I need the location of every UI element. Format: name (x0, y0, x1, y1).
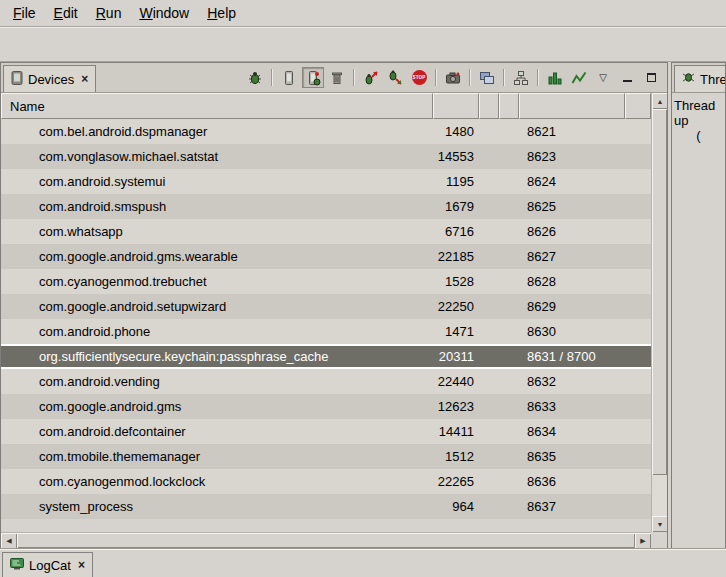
table-row[interactable]: com.whatsapp 6716 8626 (1, 219, 651, 244)
scroll-up-icon[interactable]: ▲ (652, 93, 667, 109)
process-name-cell: com.android.smspush (1, 199, 433, 214)
process-name-cell: com.cyanogenmod.lockclock (1, 474, 433, 489)
separator (353, 69, 355, 86)
table-row[interactable]: com.google.android.gms.wearable 22185 86… (1, 244, 651, 269)
debug-bug-icon[interactable] (244, 67, 266, 88)
table-row[interactable]: com.cyanogenmod.lockclock 22265 8636 (1, 469, 651, 494)
tab-threads[interactable]: Threads (674, 65, 726, 92)
process-pid-cell: 12623 (433, 399, 479, 414)
table-row[interactable]: com.cyanogenmod.trebuchet 1528 8628 (1, 269, 651, 294)
tab-devices[interactable]: Devices × (3, 65, 96, 92)
process-port-cell: 8623 (519, 149, 625, 164)
process-port-cell: 8630 (519, 324, 625, 339)
column-header-pid[interactable] (433, 93, 479, 119)
scroll-right-icon[interactable]: ▶ (635, 533, 651, 548)
table-row[interactable]: com.android.defcontainer 14411 8634 (1, 419, 651, 444)
menu-edit[interactable]: Edit (45, 2, 87, 24)
process-port-cell: 8628 (519, 274, 625, 289)
tab-devices-label: Devices (28, 72, 74, 87)
table-row[interactable]: com.android.systemui 1195 8624 (1, 169, 651, 194)
menu-bar: File Edit Run Window Help (0, 0, 726, 26)
column-header-status1[interactable] (479, 93, 499, 119)
network-zigzag-icon[interactable] (568, 67, 590, 88)
menu-window[interactable]: Window (130, 2, 198, 24)
tab-threads-label: Threads (700, 72, 726, 87)
column-header-status2[interactable] (499, 93, 519, 119)
process-name-cell: com.google.android.gms (1, 399, 433, 414)
threads-panel: Threads Thread up ( (671, 62, 726, 549)
minimize-glyph (623, 74, 632, 82)
device-debug-icon[interactable] (302, 67, 324, 88)
horizontal-scrollbar[interactable]: ◀ ▶ (1, 532, 651, 548)
vertical-scroll-thumb[interactable] (652, 109, 667, 475)
stop-label: STOP (413, 75, 426, 80)
close-icon[interactable]: × (76, 558, 85, 572)
menu-help[interactable]: Help (198, 2, 245, 24)
tab-logcat[interactable]: LogCat × (2, 552, 93, 577)
devices-panel: Devices × (0, 62, 668, 549)
process-pid-cell: 20311 (433, 349, 479, 364)
table-row[interactable]: system_process 964 8637 (1, 494, 651, 519)
table-row[interactable]: com.android.phone 1471 8630 (1, 319, 651, 344)
process-port-cell: 8627 (519, 249, 625, 264)
device-view-icon[interactable] (278, 67, 300, 88)
maximize-icon[interactable] (640, 67, 662, 88)
table-row[interactable]: com.tmobile.thememanager 1512 8635 (1, 444, 651, 469)
process-name-cell: com.bel.android.dspmanager (1, 124, 433, 139)
vertical-scrollbar[interactable]: ▲ ▼ (651, 93, 667, 532)
vertical-scroll-track[interactable] (652, 109, 667, 516)
process-port-cell: 8636 (519, 474, 625, 489)
table-header: Name (1, 93, 651, 119)
process-pid-cell: 964 (433, 499, 479, 514)
view-menu-icon[interactable]: ▽ (592, 67, 614, 88)
logcat-tab-icon (10, 558, 24, 573)
process-port-cell: 8624 (519, 174, 625, 189)
minimize-icon[interactable] (616, 67, 638, 88)
menu-file[interactable]: File (4, 2, 45, 24)
process-pid-cell: 1480 (433, 124, 479, 139)
process-name-cell: com.vonglasow.michael.satstat (1, 149, 433, 164)
process-pid-cell: 14553 (433, 149, 479, 164)
main-area: Devices × (0, 62, 726, 549)
threads-tabbar: Threads (672, 63, 725, 93)
stop-process-icon[interactable]: STOP (408, 67, 430, 88)
hierarchy-view-icon[interactable] (510, 67, 532, 88)
scroll-left-icon[interactable]: ◀ (1, 533, 17, 548)
separator (435, 69, 437, 86)
process-pid-cell: 1471 (433, 324, 479, 339)
menu-run[interactable]: Run (87, 2, 131, 24)
process-name-cell: com.android.systemui (1, 174, 433, 189)
table-row[interactable]: com.vonglasow.michael.satstat 14553 8623 (1, 144, 651, 169)
bug-reset-icon[interactable] (384, 67, 406, 88)
table-row[interactable]: org.sufficientlysecure.keychain:passphra… (1, 344, 651, 369)
trash-icon[interactable] (326, 67, 348, 88)
dual-screen-icon[interactable] (476, 67, 498, 88)
heap-columns-icon[interactable] (544, 67, 566, 88)
main-toolbar (0, 26, 726, 62)
stop-icon: STOP (412, 70, 427, 85)
table-row[interactable]: com.google.android.gms 12623 8633 (1, 394, 651, 419)
process-name-cell: system_process (1, 499, 433, 514)
column-header-port[interactable] (519, 93, 625, 119)
process-pid-cell: 22265 (433, 474, 479, 489)
column-header-name[interactable]: Name (1, 93, 433, 119)
process-port-cell: 8626 (519, 224, 625, 239)
process-name-cell: com.android.phone (1, 324, 433, 339)
bug-forward-icon[interactable] (360, 67, 382, 88)
process-port-cell: 8633 (519, 399, 625, 414)
scroll-down-icon[interactable]: ▼ (652, 516, 667, 532)
table-row[interactable]: com.android.smspush 1679 8625 (1, 194, 651, 219)
table-row[interactable]: com.android.vending 22440 8632 (1, 369, 651, 394)
separator (503, 69, 505, 86)
device-table-body: com.bel.android.dspmanager 1480 8621 com… (1, 119, 651, 519)
horizontal-scroll-thumb[interactable] (17, 533, 635, 548)
process-port-cell: 8634 (519, 424, 625, 439)
process-port-cell: 8632 (519, 374, 625, 389)
table-row[interactable]: com.bel.android.dspmanager 1480 8621 (1, 119, 651, 144)
close-icon[interactable]: × (79, 72, 88, 86)
threads-tab-icon (682, 71, 695, 87)
process-pid-cell: 1528 (433, 274, 479, 289)
screenshot-camera-icon[interactable] (442, 67, 464, 88)
process-port-cell: 8629 (519, 299, 625, 314)
table-row[interactable]: com.google.android.setupwizard 22250 862… (1, 294, 651, 319)
